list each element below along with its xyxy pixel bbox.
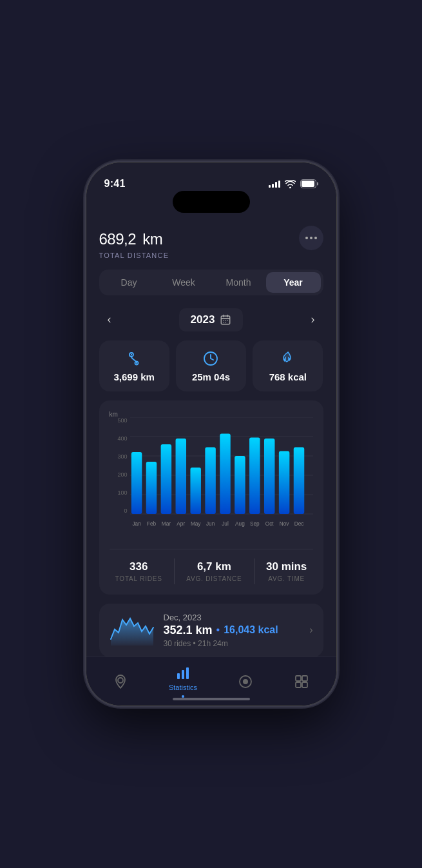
svg-rect-24 [220,433,230,514]
tab-day[interactable]: Day [102,272,157,293]
svg-text:Dec: Dec [294,520,303,526]
chart-area: km 500 400 300 200 100 0 [110,411,313,540]
record-icon [238,674,253,689]
tab-month[interactable]: Month [211,272,266,293]
fire-icon [279,350,297,368]
nav-item-statistics[interactable]: Statistics [156,660,210,703]
svg-rect-23 [205,447,215,514]
stat-divider-2 [254,558,254,584]
svg-point-42 [118,678,123,683]
dec-stats-row: 352.1 km • 16,043 kcal [164,624,301,637]
dec-kcal: 16,043 kcal [224,624,278,636]
statistics-nav-dot [182,695,184,698]
main-content: 689,2 km TOTAL DISTANCE Day Week Month [86,213,336,656]
svg-rect-50 [296,682,301,687]
dynamic-island [173,191,250,213]
tab-week[interactable]: Week [157,272,211,293]
svg-rect-51 [302,682,307,687]
svg-text:Jun: Jun [206,520,214,526]
svg-rect-48 [296,676,301,681]
dec-info: Dec, 2023 352.1 km • 16,043 kcal 30 ride… [164,613,301,648]
main-distance-value: 689,2 km [99,223,169,250]
svg-rect-43 [177,673,180,679]
dec-month-name: Dec, 2023 [164,613,301,622]
map-pin-icon [113,674,128,689]
svg-text:Jan: Jan [132,520,140,526]
signal-bars-icon [269,181,280,188]
next-year-button[interactable]: › [302,310,323,330]
route-icon [125,350,143,368]
nav-item-record[interactable] [225,669,266,695]
stats-cards-row: 3,699 km 25m 04s 768 kcal [99,340,323,391]
total-rides-label: TOTAL RIDES [115,575,162,582]
status-icons [269,179,318,188]
avg-distance-label: AVG. DISTANCE [186,575,242,582]
svg-rect-45 [186,667,189,679]
avg-distance-value: 6,7 km [197,560,231,573]
stat-card-time: 25m 04s [176,340,246,391]
header: 689,2 km TOTAL DISTANCE [99,213,323,262]
svg-text:Mar: Mar [161,520,170,526]
bar-chart: Jan Feb Mar Apr May Jun Jul Aug Sep Oct … [130,417,313,530]
svg-point-3 [224,320,225,321]
nav-item-grid[interactable] [281,669,322,695]
svg-point-9 [131,354,132,355]
home-indicator [173,698,250,700]
dec-sub: 30 rides • 21h 24m [164,639,301,648]
svg-rect-1 [302,181,314,187]
stat-card-distance: 3,699 km [99,340,169,391]
svg-point-7 [225,322,227,323]
svg-rect-21 [175,439,186,514]
svg-point-4 [225,320,227,321]
bottom-nav: Statistics [86,656,336,705]
total-distance-label: TOTAL DISTANCE [99,252,169,259]
svg-point-6 [224,322,225,323]
svg-rect-27 [264,439,274,514]
y-label-200: 200 [110,471,128,478]
avg-time-label: AVG. TIME [268,575,305,582]
battery-icon [300,179,318,188]
svg-rect-18 [131,452,141,514]
stat-card-kcal: 768 kcal [253,340,323,391]
more-button[interactable] [299,226,323,250]
svg-text:Jul: Jul [222,520,229,526]
svg-rect-25 [235,456,245,514]
y-label-0: 0 [110,508,128,514]
dec-distance: 352.1 km [164,624,213,637]
svg-point-47 [243,679,248,684]
chart-card: km 500 400 300 200 100 0 [99,400,323,595]
dec-arrow-icon: › [309,624,312,636]
svg-text:Apr: Apr [177,520,185,526]
statistics-nav-label: Statistics [169,684,197,691]
phone-frame: 9:41 [86,162,337,706]
avg-time-value: 30 mins [266,560,307,573]
svg-point-5 [227,320,229,321]
stat-distance-value: 3,699 km [113,371,154,382]
svg-rect-19 [146,462,156,514]
svg-rect-22 [190,468,200,514]
chart-stat-rides: 336 TOTAL RIDES [115,560,162,582]
statistics-icon [175,666,191,681]
prev-year-button[interactable]: ‹ [99,310,120,330]
nav-item-map[interactable] [100,669,141,695]
y-label-100: 100 [110,489,128,496]
chart-stats: 336 TOTAL RIDES 6,7 km AVG. DISTANCE 30 … [110,549,313,584]
svg-rect-28 [278,451,289,514]
svg-text:Feb: Feb [146,520,155,526]
clock-icon [202,350,220,368]
svg-text:Aug: Aug [235,520,245,526]
stat-kcal-value: 768 kcal [269,371,307,382]
total-rides-value: 336 [129,560,148,573]
month-card-dec[interactable]: Dec, 2023 352.1 km • 16,043 kcal 30 ride… [99,604,323,656]
tab-year[interactable]: Year [266,272,321,293]
stat-divider-1 [174,558,175,584]
dec-dot: • [216,624,220,636]
status-time: 9:41 [104,178,126,190]
svg-text:Sep: Sep [249,520,259,526]
svg-text:Oct: Oct [265,520,273,526]
stat-time-value: 25m 04s [192,371,230,382]
svg-rect-44 [182,670,184,679]
svg-rect-20 [160,444,171,514]
svg-rect-29 [293,447,303,514]
year-value: 2023 [191,313,215,326]
